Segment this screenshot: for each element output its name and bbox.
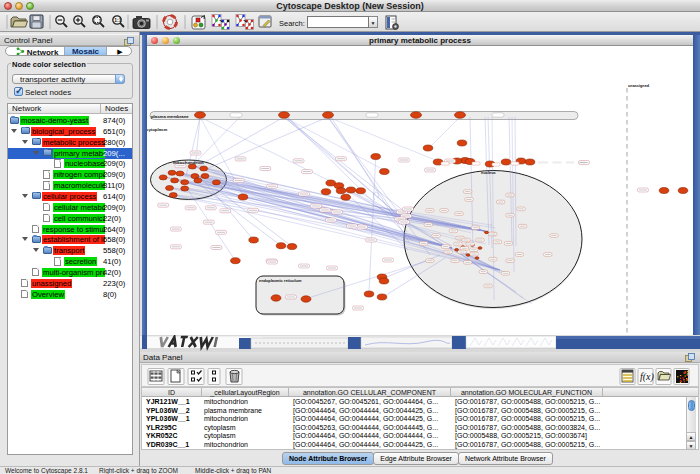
svg-text:nucleus: nucleus <box>481 170 496 175</box>
svg-text:mitochondrion: mitochondrion <box>173 160 204 165</box>
svg-text:endoplasmic reticulum: endoplasmic reticulum <box>259 278 302 283</box>
svg-text:cytoplasm: cytoplasm <box>147 127 167 132</box>
svg-text:unassigned: unassigned <box>628 84 650 88</box>
svg-text:f(x): f(x) <box>640 371 655 383</box>
svg-text:plasma membrane: plasma membrane <box>151 114 189 119</box>
svg-text:1:1: 1:1 <box>114 17 121 23</box>
